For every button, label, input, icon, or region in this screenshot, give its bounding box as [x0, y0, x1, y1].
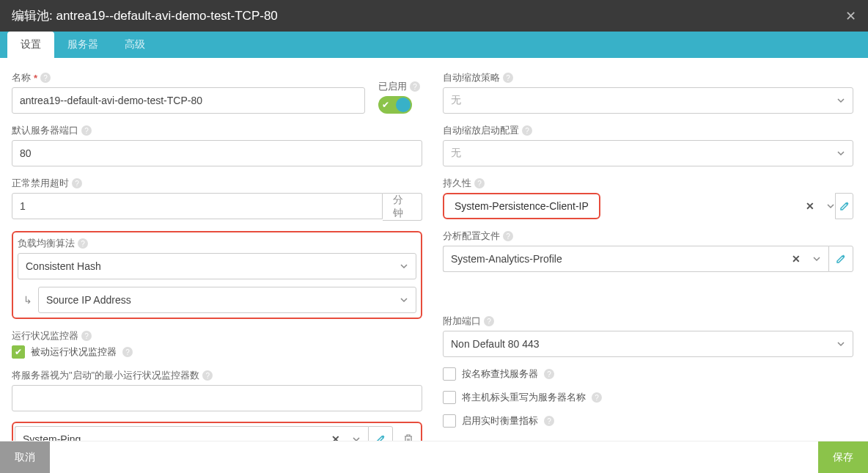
sub-arrow-icon: ↳	[18, 294, 32, 306]
help-icon[interactable]: ?	[544, 369, 554, 379]
clear-icon[interactable]: ✕	[331, 433, 340, 441]
lb-algorithm-highlight: 负载均衡算法 ? Consistent Hash ↳ Source IP Add…	[12, 231, 422, 319]
edit-button[interactable]	[835, 193, 853, 219]
lookup-by-name-label: 按名称查找服务器	[462, 367, 538, 381]
help-icon[interactable]: ?	[522, 125, 532, 136]
help-icon[interactable]: ?	[484, 316, 494, 326]
name-label: 名称 * ?	[12, 71, 365, 84]
chevron-down-icon	[400, 296, 408, 304]
help-icon[interactable]: ?	[72, 178, 82, 188]
realtime-metrics-label: 启用实时衡量指标	[462, 414, 538, 428]
help-icon[interactable]: ?	[81, 125, 92, 136]
help-icon[interactable]: ?	[78, 238, 88, 249]
chevron-down-icon	[836, 149, 845, 158]
required-asterisk: *	[34, 73, 37, 84]
toggle-knob	[396, 98, 411, 112]
autoscale-launch-value: 无	[451, 147, 461, 160]
trash-icon[interactable]	[397, 433, 419, 441]
rewrite-host-label: 将主机标头重写为服务器名称	[462, 391, 586, 404]
help-icon[interactable]: ?	[503, 73, 513, 83]
monitor-value: System-Ping	[23, 433, 81, 441]
health-monitor-label: 运行状况监控器 ?	[12, 329, 422, 342]
analytics-select[interactable]: System-Analytics-Profile ✕	[443, 246, 828, 272]
clear-icon[interactable]: ✕	[806, 200, 814, 212]
min-monitors-label: 将服务器视为"启动"的最小运行状况监控器数 ?	[12, 369, 422, 382]
modal-title: 编辑池: antrea19--default-avi-demo-test-TCP…	[12, 7, 278, 24]
chevron-down-icon	[836, 96, 845, 105]
autoscale-policy-select[interactable]: 无	[443, 87, 853, 114]
modal-footer: 取消 保存	[0, 441, 868, 473]
help-icon[interactable]: ?	[122, 347, 133, 357]
persistence-select[interactable]: ✕	[790, 193, 835, 219]
min-monitors-input[interactable]	[12, 385, 422, 411]
rewrite-host-checkbox[interactable]	[443, 391, 456, 404]
monitor-row: System-Ping ✕	[15, 426, 419, 441]
chevron-down-icon	[836, 340, 845, 348]
autoscale-launch-label: 自动缩放启动配置 ?	[443, 124, 853, 137]
modal-title-name: antrea19--default-avi-demo-test-TCP-80	[56, 9, 277, 23]
autoscale-launch-select[interactable]: 无	[443, 140, 853, 166]
edit-button[interactable]	[828, 246, 853, 272]
analytics-value: System-Analytics-Profile	[451, 253, 562, 265]
graceful-disable-input[interactable]	[12, 193, 383, 219]
analytics-label: 分析配置文件 ?	[443, 230, 853, 243]
tab-bar: 设置 服务器 高级	[0, 32, 868, 58]
graceful-disable-label: 正常禁用超时 ?	[12, 177, 422, 190]
default-port-label: 默认服务器端口 ?	[12, 124, 422, 137]
help-icon[interactable]: ?	[544, 416, 554, 426]
check-icon: ✔	[382, 100, 389, 110]
name-input[interactable]	[12, 87, 365, 114]
autoscale-policy-value: 无	[451, 94, 461, 107]
append-port-label: 附加端口 ?	[443, 315, 853, 328]
realtime-metrics-checkbox[interactable]	[443, 414, 456, 428]
passive-health-checkbox[interactable]: ✔	[12, 345, 25, 359]
tab-servers[interactable]: 服务器	[54, 32, 111, 58]
chevron-down-icon	[400, 262, 408, 271]
edit-button[interactable]	[368, 426, 393, 441]
lb-algorithm-label: 负载均衡算法 ?	[18, 237, 416, 250]
lookup-by-name-checkbox[interactable]	[443, 367, 456, 381]
enabled-label: 已启用 ?	[378, 80, 420, 93]
help-icon[interactable]: ?	[474, 178, 485, 188]
lb-hash-select[interactable]: Source IP Address	[38, 287, 416, 313]
cancel-button[interactable]: 取消	[0, 441, 50, 473]
monitor-select-0[interactable]: System-Ping ✕	[15, 426, 368, 441]
help-icon[interactable]: ?	[503, 231, 513, 241]
persistence-value-highlight: System-Persistence-Client-IP	[449, 196, 595, 216]
lb-hash-value: Source IP Address	[46, 294, 131, 306]
persistence-label: 持久性 ?	[443, 177, 853, 190]
lb-algorithm-select[interactable]: Consistent Hash	[18, 253, 416, 279]
passive-health-label: 被动运行状况监控器	[31, 345, 117, 359]
right-column: 自动缩放策略 ? 无 自动缩放启动配置 ? 无	[443, 71, 853, 428]
save-button[interactable]: 保存	[818, 441, 868, 473]
chevron-down-icon	[812, 254, 821, 263]
clear-icon[interactable]: ✕	[792, 253, 801, 265]
modal-body: 名称 * ? 已启用 ? ✔	[0, 58, 868, 441]
default-port-input[interactable]	[12, 140, 422, 166]
help-icon[interactable]: ?	[202, 370, 213, 381]
help-icon[interactable]: ?	[410, 81, 420, 92]
append-port-select[interactable]: Non Default 80 443	[443, 331, 853, 357]
enabled-toggle[interactable]: ✔	[378, 96, 412, 114]
modal-title-prefix: 编辑池:	[12, 9, 56, 23]
edit-pool-modal: 编辑池: antrea19--default-avi-demo-test-TCP…	[0, 0, 868, 473]
graceful-disable-unit: 分钟	[383, 193, 422, 221]
tab-advanced[interactable]: 高级	[111, 32, 158, 58]
autoscale-policy-label: 自动缩放策略 ?	[443, 71, 853, 84]
append-port-value: Non Default 80 443	[451, 338, 540, 350]
left-column: 名称 * ? 已启用 ? ✔	[12, 71, 422, 428]
chevron-down-icon	[352, 435, 361, 441]
help-icon[interactable]: ?	[81, 331, 92, 341]
chevron-down-icon	[826, 202, 835, 210]
help-icon[interactable]: ?	[592, 392, 602, 403]
tab-settings[interactable]: 设置	[7, 32, 54, 58]
close-icon[interactable]: ✕	[845, 8, 856, 24]
lb-algorithm-value: Consistent Hash	[26, 260, 101, 272]
modal-header: 编辑池: antrea19--default-avi-demo-test-TCP…	[0, 0, 868, 32]
help-icon[interactable]: ?	[40, 73, 51, 83]
